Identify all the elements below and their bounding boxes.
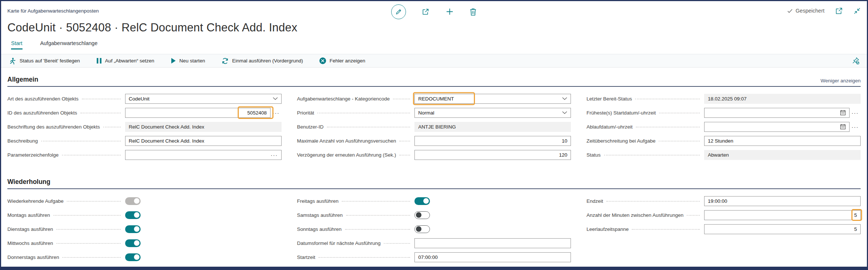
calendar-icon[interactable]	[840, 110, 846, 116]
show-less-link[interactable]: Weniger anzeigen	[820, 78, 861, 83]
category-code-select[interactable]: REDOCUMENT	[414, 94, 571, 104]
field-recurring-job: Wiederkehrende Aufgabe	[7, 194, 282, 208]
max-attempts-input[interactable]: 10	[414, 136, 571, 146]
top-bar: Karte für Aufgabenwarteschlangenposten	[1, 1, 867, 20]
recurring-job-toggle	[125, 197, 141, 205]
field-run-on-thursdays: Donnerstags ausführen	[7, 250, 282, 264]
inactivity-timeout-input[interactable]: 5	[704, 224, 861, 234]
field-label: Beschreibung	[7, 138, 38, 144]
general-column-1: Art des auszuführenden Objekts CodeUnit …	[7, 92, 282, 162]
action-label: Einmal ausführen (Vordergrund)	[232, 58, 303, 64]
section-general-header[interactable]: Allgemein Weniger anzeigen	[7, 76, 861, 87]
description-input[interactable]: RelC Document Check Add. Index	[125, 136, 282, 146]
rerun-delay-input[interactable]: 120	[414, 150, 571, 160]
earliest-start-assist-button[interactable]: ···	[850, 110, 861, 116]
field-label: Mittwochs ausführen	[7, 240, 53, 246]
field-run-on-fridays: Freitags ausführen	[297, 194, 571, 208]
action-restart[interactable]: Neu starten	[170, 58, 205, 64]
parameter-string-assist-button[interactable]: ···	[271, 152, 278, 158]
field-label: Montags ausführen	[7, 212, 50, 218]
action-set-on-hold[interactable]: Auf „Abwarten“ setzen	[96, 58, 155, 64]
recurrence-column-1: Wiederkehrende Aufgabe Montags ausführen	[7, 194, 282, 264]
calendar-icon[interactable]	[840, 124, 846, 130]
minutes-between-runs-input[interactable]: 5	[704, 210, 861, 220]
unpin-icon	[852, 57, 860, 65]
job-queue-entry-card-window: Karte für Aufgabenwarteschlangenposten	[0, 0, 868, 270]
last-ready-state-field: 18.02.2025 09:07	[704, 94, 861, 104]
pause-icon	[96, 58, 102, 64]
run-wednesdays-toggle[interactable]	[125, 239, 141, 247]
dotted-leader	[636, 127, 700, 127]
section-recurrence-header[interactable]: Wiederholung	[7, 178, 861, 189]
action-set-status-ready[interactable]: Status auf 'Bereit' festlegen	[9, 57, 80, 65]
field-label: Dienstags ausführen	[7, 226, 53, 232]
input-value: 5052408	[247, 110, 267, 116]
object-type-select[interactable]: CodeUnit	[125, 94, 282, 104]
field-run-on-wednesdays: Mittwochs ausführen	[7, 236, 282, 250]
error-circle-icon	[319, 57, 326, 64]
general-field-grid: Art des auszuführenden Objekts CodeUnit …	[7, 92, 861, 162]
run-thursdays-toggle[interactable]	[125, 253, 141, 261]
save-status: Gespeichert	[787, 8, 824, 14]
select-value: REDOCUMENT	[418, 96, 454, 102]
dotted-leader	[317, 113, 410, 113]
action-show-error[interactable]: Fehler anzeigen	[319, 57, 365, 64]
chevron-down-icon	[562, 111, 567, 114]
field-object-type-to-run: Art des auszuführenden Objekts CodeUnit	[7, 92, 282, 106]
dotted-leader	[80, 113, 121, 113]
expiration-datetime-input[interactable]	[704, 122, 850, 132]
starting-time-input[interactable]: 07:00:00	[414, 252, 571, 262]
earliest-start-datetime-input[interactable]	[704, 108, 850, 118]
action-label: Auf „Abwarten“ setzen	[105, 58, 155, 64]
dotted-leader	[399, 155, 410, 155]
run-fridays-toggle[interactable]	[414, 197, 430, 205]
share-button[interactable]	[421, 7, 430, 16]
tab-start[interactable]: Start	[11, 40, 23, 49]
edit-button[interactable]	[391, 4, 406, 19]
field-user-id: Benutzer-ID ANTJE BIERING	[297, 120, 571, 134]
next-run-date-formula-input[interactable]	[414, 238, 571, 248]
object-id-input[interactable]: 5052408	[125, 108, 271, 118]
field-object-id-to-run: ID des auszuführenden Objekts 5052408 ··…	[7, 106, 282, 120]
run-tuesdays-toggle[interactable]	[125, 225, 141, 233]
input-value: 12 Stunden	[708, 138, 733, 144]
field-object-caption-to-run: Beschriftung des auszuführenden Objekts …	[7, 120, 282, 134]
input-value: RelC Document Check Add. Index	[129, 138, 204, 144]
object-id-assist-button[interactable]: ···	[271, 110, 282, 116]
field-label: Wiederkehrende Aufgabe	[7, 198, 63, 204]
new-button[interactable]	[445, 7, 454, 16]
field-label: Maximale Anzahl von Ausführungsversuchen	[297, 138, 396, 144]
window-controls: Gespeichert	[787, 7, 861, 14]
field-inactivity-timeout-period: Leerlaufzeitspanne 5	[586, 222, 861, 236]
field-next-run-date-formula: Datumsformel für nächste Ausführung	[297, 236, 571, 250]
job-timeout-input[interactable]: 12 Stunden	[704, 136, 861, 146]
input-value: 19:00:00	[708, 198, 727, 204]
dotted-leader	[345, 229, 410, 230]
recurrence-column-2: Freitags ausführen Samstags ausführen	[297, 194, 571, 264]
ending-time-input[interactable]: 19:00:00	[704, 196, 861, 206]
dotted-leader	[342, 201, 410, 202]
expiration-assist-button[interactable]: ···	[850, 124, 861, 130]
breadcrumb[interactable]: Karte für Aufgabenwarteschlangenposten	[7, 8, 99, 14]
field-label: Zeitüberschreitung bei Aufgabe	[586, 138, 655, 144]
action-run-once-foreground[interactable]: Einmal ausführen (Vordergrund)	[221, 57, 303, 65]
delete-button[interactable]	[469, 8, 477, 16]
run-sundays-toggle[interactable]	[414, 225, 430, 233]
unpin-button[interactable]	[852, 57, 860, 65]
field-label: Anzahl der Minuten zwischen Ausführungen	[586, 212, 683, 218]
field-run-on-sundays: Sonntags ausführen	[297, 222, 571, 236]
tab-aufgabenwarteschlange[interactable]: Aufgabenwarteschlange	[40, 40, 98, 49]
popout-icon	[836, 7, 843, 14]
field-label: Beschriftung des auszuführenden Objekts	[7, 124, 100, 130]
field-max-attempts-to-run: Maximale Anzahl von Ausführungsversuchen…	[297, 134, 571, 148]
collapse-button[interactable]	[854, 7, 861, 14]
section-recurrence: Wiederholung Wiederkehrende Aufgabe Mont…	[7, 178, 861, 264]
select-value: Normal	[418, 110, 434, 116]
run-saturdays-toggle[interactable]	[414, 211, 430, 219]
run-mondays-toggle[interactable]	[125, 211, 141, 219]
input-value: 5	[854, 212, 857, 218]
priority-select[interactable]: Normal	[414, 108, 571, 118]
parameter-string-input[interactable]: ···	[125, 150, 282, 160]
popout-button[interactable]	[836, 7, 843, 14]
toggle-knob	[134, 198, 140, 204]
